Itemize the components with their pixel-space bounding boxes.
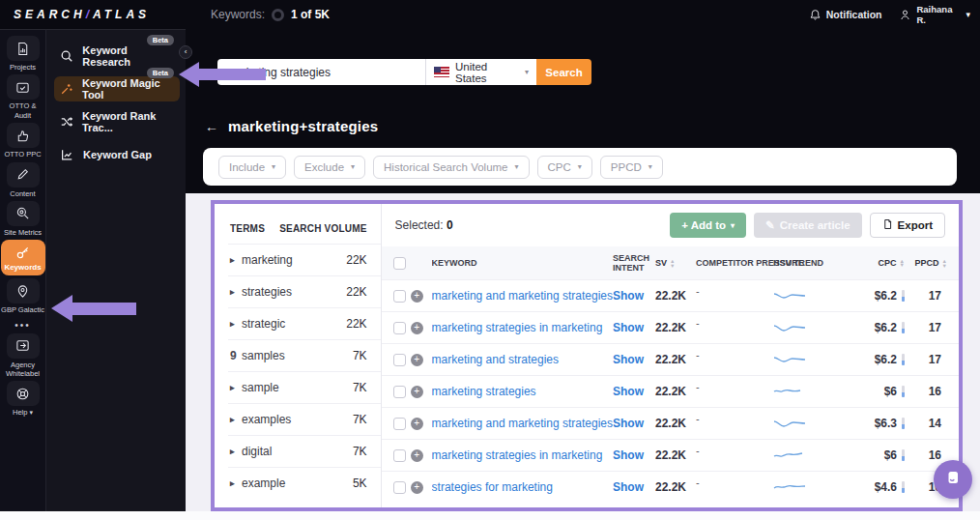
submenu-item-keyword-magic-tool[interactable]: Keyword Magic Tool Beta: [54, 76, 180, 101]
show-intent-link[interactable]: Show: [613, 353, 655, 366]
filter-include[interactable]: Include▾: [218, 156, 286, 179]
show-intent-link[interactable]: Show: [613, 385, 655, 398]
table-row: + marketing strategies Show 22.2K - $6 1…: [382, 375, 959, 407]
beta-badge: Beta: [147, 68, 174, 78]
search-icon: [60, 49, 73, 63]
sv-column-header[interactable]: SV▲▼: [655, 258, 696, 268]
search-volume-value: 22.2K: [655, 448, 696, 462]
term-row[interactable]: ▸sample7K: [228, 371, 381, 403]
show-intent-link[interactable]: Show: [613, 480, 655, 494]
cpc-column-header[interactable]: CPC▲▼: [843, 258, 905, 268]
sidebar-item-otto-ppc[interactable]: OTTO PPC: [1, 123, 45, 159]
add-keyword-icon[interactable]: +: [411, 386, 423, 398]
submenu-item-keyword-gap[interactable]: Keyword Gap: [54, 142, 180, 167]
row-checkbox[interactable]: [393, 354, 406, 366]
term-row[interactable]: ▸digital7K: [228, 435, 381, 467]
filter-exclude[interactable]: Exclude▾: [294, 156, 365, 179]
term-row[interactable]: ▸examples7K: [228, 403, 381, 435]
map-pin-icon: [7, 278, 40, 303]
ppcd-value: 17: [905, 321, 959, 334]
keyword-link[interactable]: marketing strategies: [432, 385, 613, 398]
sidebar-item-help[interactable]: Help▾: [1, 381, 45, 418]
country-select[interactable]: United States ▾: [425, 59, 536, 85]
expand-marker: 9: [230, 349, 242, 362]
competitor-pressure-value: -: [696, 290, 773, 302]
add-keyword-icon[interactable]: +: [411, 290, 423, 303]
ppcd-column-header[interactable]: PPCD▲▼: [905, 258, 959, 268]
keyword-link[interactable]: marketing and strategies: [432, 353, 613, 366]
search-button[interactable]: Search: [536, 59, 591, 85]
keywords-submenu: Keyword Research Beta Keyword Magic Tool…: [46, 29, 186, 512]
submenu-item-keyword-research[interactable]: Keyword Research Beta: [54, 43, 180, 69]
show-intent-link[interactable]: Show: [613, 417, 655, 430]
keywords-usage-label: Keywords:: [211, 8, 265, 21]
collapse-submenu-button[interactable]: ‹: [179, 45, 192, 59]
keyword-link[interactable]: marketing strategies in marketing: [432, 448, 613, 462]
sidebar-item-otto-audit[interactable]: OTTO & Audit: [1, 74, 45, 120]
pencil-icon: [7, 162, 40, 188]
table-row: + marketing and strategies Show 22.2K - …: [382, 343, 959, 375]
row-checkbox[interactable]: [393, 449, 406, 462]
add-keyword-icon[interactable]: +: [411, 354, 423, 366]
keyword-link[interactable]: marketing strategies in marketing: [432, 321, 613, 334]
sidebar-item-gbp-galactic[interactable]: GBP Galactic: [1, 278, 45, 314]
search-intent-column-header[interactable]: SEARCH INTENT: [613, 253, 655, 274]
sidebar-item-keywords[interactable]: Keywords: [1, 240, 45, 275]
back-arrow-icon[interactable]: ←: [205, 119, 218, 134]
table-row: + marketing and marketing strategies Sho…: [382, 407, 959, 439]
add-to-button[interactable]: + Add to▾: [670, 213, 746, 238]
filter-historical-search-volume[interactable]: Historical Search Volume▾: [373, 156, 530, 179]
user-menu[interactable]: Raihana R. ▾: [899, 4, 970, 26]
ppcd-value: 16: [905, 385, 959, 398]
select-all-checkbox[interactable]: [393, 257, 406, 270]
filter-cpc[interactable]: CPC▾: [537, 156, 592, 179]
ppcd-value: 14: [905, 417, 959, 430]
sidebar-item-projects[interactable]: Projects: [1, 36, 45, 72]
create-article-button[interactable]: ✎Create article: [754, 213, 862, 238]
keyword-column-header[interactable]: KEYWORD: [432, 258, 613, 268]
sidebar-item-site-metrics[interactable]: Site Metrics: [1, 201, 45, 237]
beta-badge: Beta: [147, 35, 174, 45]
show-intent-link[interactable]: Show: [613, 448, 655, 462]
keyword-link[interactable]: strategies for marketing: [432, 480, 613, 494]
add-keyword-icon[interactable]: +: [411, 481, 423, 494]
term-row[interactable]: ▸example5K: [228, 467, 381, 499]
document-chart-icon: [7, 36, 40, 61]
sort-icon: ▲▼: [670, 259, 675, 268]
row-checkbox[interactable]: [393, 290, 406, 303]
app-window: SEARCH/ATLAS Keywords: 1 of 5K Notificat…: [0, 0, 980, 520]
hsv-trend-sparkline: [773, 418, 843, 429]
show-intent-link[interactable]: Show: [613, 321, 655, 334]
term-row[interactable]: ▸marketing22K: [228, 244, 381, 275]
row-checkbox[interactable]: [393, 418, 406, 430]
add-keyword-icon[interactable]: +: [411, 322, 423, 334]
sidebar-item-more[interactable]: •••: [1, 320, 45, 331]
annotation-arrow-keyword-magic-tool: [179, 62, 266, 87]
keyword-link[interactable]: marketing and marketing strategies: [432, 289, 613, 303]
term-row[interactable]: ▸strategies22K: [228, 275, 381, 307]
notification-button[interactable]: Notification: [809, 9, 882, 21]
term-row[interactable]: 9samples7K: [228, 339, 381, 371]
chat-widget-button[interactable]: [934, 460, 972, 499]
search-atlas-logo: SEARCH/ATLAS: [14, 8, 150, 21]
export-button[interactable]: Export: [870, 213, 945, 238]
filter-ppcd[interactable]: PPCD▾: [600, 156, 663, 179]
hsv-trend-sparkline: [773, 481, 843, 493]
sidebar-item-content[interactable]: Content: [1, 162, 45, 198]
keyword-link[interactable]: marketing and marketing strategies: [432, 417, 613, 430]
shuffle-icon: [60, 115, 73, 129]
show-intent-link[interactable]: Show: [613, 289, 655, 303]
row-checkbox[interactable]: [393, 481, 406, 494]
row-checkbox[interactable]: [393, 322, 406, 334]
competitor-pressure-column-header[interactable]: COMPETITOR PRESSURE: [696, 258, 773, 268]
sidebar-item-agency-whitelabel[interactable]: Agency Whitelabel: [1, 333, 45, 379]
hsv-trend-sparkline: [773, 386, 843, 397]
submenu-item-keyword-rank-tracker[interactable]: Keyword Rank Trac...: [54, 109, 180, 134]
hsv-trend-column-header[interactable]: HSV TREND: [773, 258, 843, 268]
selected-count: Selected: 0: [395, 218, 453, 232]
term-row[interactable]: ▸strategic22K: [228, 307, 381, 339]
add-keyword-icon[interactable]: +: [411, 418, 423, 430]
add-keyword-icon[interactable]: +: [411, 449, 423, 462]
row-checkbox[interactable]: [393, 386, 406, 398]
table-row: + marketing and marketing strategies Sho…: [382, 279, 959, 311]
